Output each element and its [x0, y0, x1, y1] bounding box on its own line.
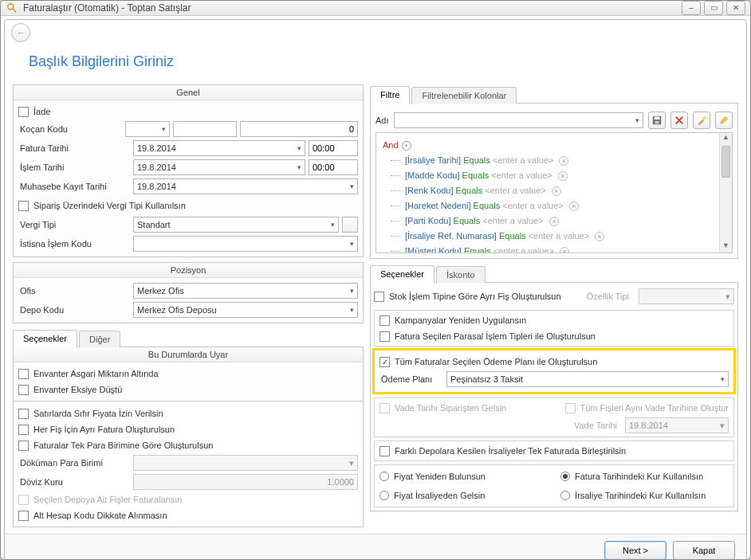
filter-field[interactable]: [Müşteri Kodu]: [405, 246, 462, 253]
filter-op[interactable]: Equals: [463, 155, 490, 165]
siparis-vergi-checkbox[interactable]: [18, 201, 29, 211]
irsaliye-kur-radio[interactable]: [560, 491, 570, 500]
filter-remove-icon[interactable]: ×: [595, 232, 604, 241]
filter-field[interactable]: [Renk Kodu]: [405, 186, 454, 195]
filter-field[interactable]: [Parti Kodu]: [405, 216, 450, 225]
env-asgari-row[interactable]: Envanter Asgari Miktarın Altında: [18, 366, 358, 382]
minimize-button[interactable]: –: [682, 1, 701, 15]
filter-op[interactable]: Equals: [454, 216, 481, 225]
tab-diger[interactable]: Diğer: [79, 331, 120, 347]
filter-condition[interactable]: [Renk Kodu] Equals <enter a value> ×: [383, 183, 725, 198]
filter-value[interactable]: <enter a value>: [502, 201, 563, 210]
muh-kayit-date[interactable]: 19.8.2014▾: [133, 178, 358, 194]
filter-remove-icon[interactable]: ×: [558, 171, 568, 181]
fiyat-yeniden-radio[interactable]: [379, 472, 389, 481]
iade-checkbox[interactable]: [18, 107, 29, 117]
filter-scrollbar[interactable]: ▲ ▼: [719, 133, 732, 253]
filter-value[interactable]: <enter a value>: [493, 155, 553, 165]
filter-and-root[interactable]: And: [383, 140, 399, 150]
kocan-kodu-num-input[interactable]: [240, 121, 358, 137]
tab-sub-secenekler[interactable]: Seçenekler: [370, 265, 434, 283]
islem-tarihi-time[interactable]: [309, 159, 358, 175]
env-eksi-row[interactable]: Envanter Eksiye Düştü: [18, 382, 358, 397]
filter-op[interactable]: Equals: [474, 201, 501, 210]
filter-op[interactable]: Equals: [462, 170, 490, 180]
fatura-kur-row[interactable]: Fatura Tarihindeki Kur Kullanılsın: [560, 468, 729, 484]
next-button[interactable]: Next >: [604, 541, 666, 560]
close-button[interactable]: ✕: [726, 1, 745, 15]
stok-islem-row[interactable]: Stok İşlem Tipine Göre Ayrı Fiş Oluşturu…: [374, 286, 734, 307]
alt-hesap-checkbox[interactable]: [18, 511, 29, 521]
tab-kolonlar[interactable]: Filtrelenebilir Kolonlar: [411, 87, 517, 104]
filter-field[interactable]: [Hareket Nedeni]: [405, 201, 471, 210]
fiyat-irsaliyeden-radio[interactable]: [379, 491, 389, 500]
her-fis-row[interactable]: Her Fiş İçin Ayrı Fatura Oluşturulsun: [18, 421, 358, 437]
fiyat-irsaliyeden-row[interactable]: Fiyat İrsaliyeden Gelsin: [379, 488, 548, 503]
fatura-tarihi-date[interactable]: 19.8.2014▾: [133, 140, 305, 156]
fatura-parasal-row[interactable]: Fatura Seçilen Parasal İşlem Tipleri ile…: [379, 328, 729, 344]
scroll-thumb[interactable]: [722, 146, 730, 178]
satir-sifir-checkbox[interactable]: [18, 409, 29, 419]
stok-islem-checkbox[interactable]: [374, 292, 384, 302]
filter-remove-icon[interactable]: ×: [569, 202, 579, 211]
satir-sifir-row[interactable]: Satırlarda Sıfır Fiyata İzin Verilsin: [18, 405, 358, 421]
farkli-depolara-row[interactable]: Farklı Depolara Kesilen İrsaliyeler Tek …: [379, 443, 729, 459]
iade-checkbox-row[interactable]: İade: [18, 104, 358, 119]
filter-value[interactable]: <enter a value>: [485, 186, 545, 195]
save-icon-button[interactable]: [648, 112, 666, 129]
adi-combo[interactable]: ▾: [394, 112, 643, 128]
filter-condition[interactable]: [Parti Kodu] Equals <enter a value> ×: [383, 213, 725, 229]
tab-secenekler[interactable]: Seçenekler: [13, 330, 77, 347]
filter-condition[interactable]: [İrsaliye Tarihi] Equals <enter a value>…: [383, 153, 725, 168]
kampanyalar-checkbox[interactable]: [379, 315, 390, 326]
vergi-tipi-combo[interactable]: Standart▾: [133, 217, 339, 233]
filter-condition[interactable]: [Hareket Nedeni] Equals <enter a value> …: [383, 198, 725, 213]
filter-field[interactable]: [İrsaliye Ref. Numarası]: [405, 231, 497, 241]
filter-field[interactable]: [Madde Kodu]: [405, 170, 460, 180]
filter-add-root[interactable]: +: [402, 141, 411, 151]
tab-filtre[interactable]: Filtre: [370, 86, 410, 104]
kocan-kodu-combo[interactable]: ▾: [125, 121, 170, 137]
kocan-kodu-mid-input[interactable]: [173, 121, 237, 137]
edit-icon-button[interactable]: [715, 112, 733, 129]
filter-condition[interactable]: [İrsaliye Ref. Numarası] Equals <enter a…: [383, 229, 725, 244]
delete-icon-button[interactable]: [670, 112, 688, 129]
depo-combo[interactable]: Merkez Ofis Deposu▾: [133, 302, 358, 318]
filter-condition[interactable]: [Müşteri Kodu] Equals <enter a value> ×: [383, 244, 725, 253]
filter-remove-icon[interactable]: ×: [559, 156, 568, 166]
filter-value[interactable]: <enter a value>: [482, 216, 543, 225]
filter-condition[interactable]: [Madde Kodu] Equals <enter a value> ×: [383, 168, 725, 183]
alt-hesap-row[interactable]: Alt Hesap Kodu Dikkate Alınmasın: [18, 507, 358, 523]
maximize-button[interactable]: ▭: [704, 1, 723, 15]
filter-remove-icon[interactable]: ×: [549, 217, 559, 226]
filter-remove-icon[interactable]: ×: [552, 186, 561, 196]
tab-sub-iskonto[interactable]: İskonto: [436, 266, 485, 283]
fatura-tarihi-time[interactable]: [309, 140, 358, 156]
kampanyalar-row[interactable]: Kampanyalar Yeniden Uygulansın: [379, 312, 729, 328]
her-fis-checkbox[interactable]: [18, 425, 29, 435]
filter-op[interactable]: Equals: [464, 246, 491, 253]
fatura-parasal-checkbox[interactable]: [379, 331, 390, 342]
tek-para-row[interactable]: Faturalar Tek Para Birimine Göre Oluştur…: [18, 437, 358, 453]
odeme-plani-combo[interactable]: Peşinatsız 3 Taksit▾: [446, 371, 729, 387]
filter-field[interactable]: [İrsaliye Tarihi]: [405, 155, 461, 165]
fiyat-yeniden-row[interactable]: Fiyat Yeniden Bulunsun: [379, 468, 548, 484]
islem-tarihi-date[interactable]: 19.8.2014▾: [133, 159, 305, 175]
scroll-up-icon[interactable]: ▲: [720, 133, 732, 144]
scroll-down-icon[interactable]: ▼: [720, 241, 732, 253]
ofis-combo[interactable]: Merkez Ofis▾: [133, 283, 358, 299]
filter-op[interactable]: Equals: [456, 186, 483, 195]
close-wizard-button[interactable]: Kapat: [673, 541, 735, 560]
env-asgari-checkbox[interactable]: [18, 369, 29, 379]
back-button[interactable]: ←: [11, 23, 30, 42]
irsaliye-kur-row[interactable]: İrsaliye Tarihindeki Kur Kullanılsın: [560, 488, 729, 503]
tum-faturalar-checkbox[interactable]: ✓: [379, 357, 390, 367]
siparis-vergi-row[interactable]: Sipariş Üzerindeki Vergi Tipi Kullanılsı…: [18, 196, 358, 215]
vergi-tipi-extra-button[interactable]: [342, 217, 358, 233]
filter-remove-icon[interactable]: ×: [560, 247, 569, 253]
filter-op[interactable]: Equals: [499, 231, 526, 241]
tum-faturalar-row[interactable]: ✓Tüm Faturalar Seçilen Ödeme Planı ile O…: [379, 354, 729, 370]
tek-para-checkbox[interactable]: [18, 441, 29, 451]
fatura-kur-radio[interactable]: [560, 472, 570, 481]
env-eksi-checkbox[interactable]: [18, 385, 29, 395]
